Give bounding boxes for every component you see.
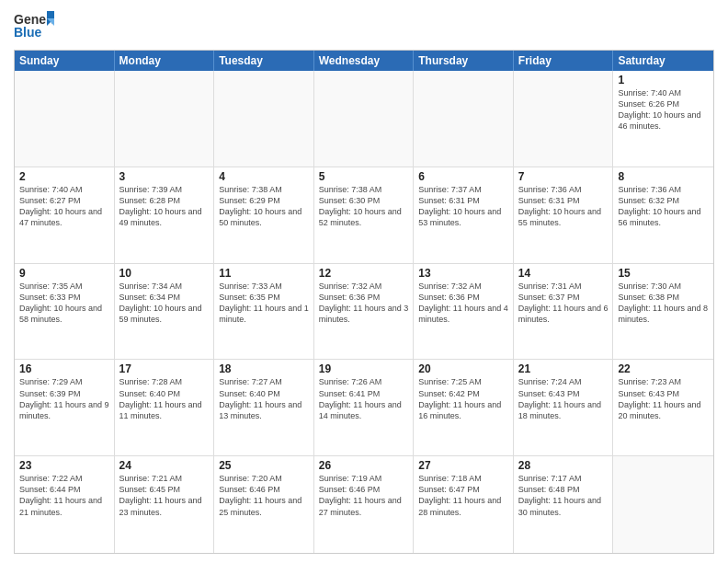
day-cell-empty <box>414 71 514 167</box>
day-cell-5: 5Sunrise: 7:38 AM Sunset: 6:30 PM Daylig… <box>314 167 415 263</box>
day-cell-16: 16Sunrise: 7:29 AM Sunset: 6:39 PM Dayli… <box>15 360 115 455</box>
day-cell-13: 13Sunrise: 7:32 AM Sunset: 6:36 PM Dayli… <box>414 264 514 360</box>
day-number: 1 <box>618 74 709 86</box>
day-info: Sunrise: 7:17 AM Sunset: 6:48 PM Dayligh… <box>518 473 609 518</box>
day-cell-9: 9Sunrise: 7:35 AM Sunset: 6:33 PM Daylig… <box>15 264 115 360</box>
day-number: 9 <box>19 267 109 280</box>
day-number: 10 <box>119 267 210 280</box>
day-cell-3: 3Sunrise: 7:39 AM Sunset: 6:28 PM Daylig… <box>115 167 215 263</box>
calendar-header-row: SundayMondayTuesdayWednesdayThursdayFrid… <box>15 51 713 71</box>
day-number: 12 <box>319 267 409 280</box>
day-info: Sunrise: 7:39 AM Sunset: 6:28 PM Dayligh… <box>119 184 210 229</box>
day-info: Sunrise: 7:25 AM Sunset: 6:42 PM Dayligh… <box>418 376 508 421</box>
day-number: 26 <box>319 459 409 472</box>
day-number: 20 <box>418 362 508 375</box>
day-number: 14 <box>518 267 609 280</box>
day-info: Sunrise: 7:19 AM Sunset: 6:46 PM Dayligh… <box>319 473 409 518</box>
day-cell-empty <box>314 71 415 167</box>
day-number: 5 <box>319 170 409 183</box>
day-info: Sunrise: 7:40 AM Sunset: 6:26 PM Dayligh… <box>618 87 709 132</box>
day-cell-11: 11Sunrise: 7:33 AM Sunset: 6:35 PM Dayli… <box>214 264 314 360</box>
day-cell-27: 27Sunrise: 7:18 AM Sunset: 6:47 PM Dayli… <box>414 456 514 553</box>
day-header-saturday: Saturday <box>613 51 713 71</box>
day-info: Sunrise: 7:35 AM Sunset: 6:33 PM Dayligh… <box>19 281 109 326</box>
day-cell-empty <box>613 456 713 553</box>
day-cell-22: 22Sunrise: 7:23 AM Sunset: 6:43 PM Dayli… <box>613 360 713 455</box>
day-cell-19: 19Sunrise: 7:26 AM Sunset: 6:41 PM Dayli… <box>314 360 415 455</box>
day-info: Sunrise: 7:26 AM Sunset: 6:41 PM Dayligh… <box>319 376 409 421</box>
day-info: Sunrise: 7:24 AM Sunset: 6:43 PM Dayligh… <box>518 376 609 421</box>
day-number: 19 <box>319 362 409 375</box>
day-info: Sunrise: 7:36 AM Sunset: 6:31 PM Dayligh… <box>518 184 609 229</box>
day-info: Sunrise: 7:36 AM Sunset: 6:32 PM Dayligh… <box>618 184 709 229</box>
day-number: 27 <box>418 459 508 472</box>
day-cell-empty <box>214 71 314 167</box>
logo: General Blue <box>14 9 54 42</box>
day-info: Sunrise: 7:38 AM Sunset: 6:29 PM Dayligh… <box>219 184 309 229</box>
day-cell-empty <box>15 71 115 167</box>
day-info: Sunrise: 7:28 AM Sunset: 6:40 PM Dayligh… <box>119 376 210 421</box>
day-header-monday: Monday <box>115 51 215 71</box>
day-cell-15: 15Sunrise: 7:30 AM Sunset: 6:38 PM Dayli… <box>613 264 713 360</box>
day-cell-4: 4Sunrise: 7:38 AM Sunset: 6:29 PM Daylig… <box>214 167 314 263</box>
day-number: 28 <box>518 459 609 472</box>
calendar-row-5: 23Sunrise: 7:22 AM Sunset: 6:44 PM Dayli… <box>15 456 713 553</box>
day-info: Sunrise: 7:20 AM Sunset: 6:46 PM Dayligh… <box>219 473 309 518</box>
logo-icon: General Blue <box>14 9 54 42</box>
day-cell-21: 21Sunrise: 7:24 AM Sunset: 6:43 PM Dayli… <box>514 360 614 455</box>
day-number: 8 <box>618 170 709 183</box>
day-cell-2: 2Sunrise: 7:40 AM Sunset: 6:27 PM Daylig… <box>15 167 115 263</box>
day-header-sunday: Sunday <box>15 51 115 71</box>
day-cell-empty <box>115 71 215 167</box>
day-number: 6 <box>418 170 508 183</box>
day-info: Sunrise: 7:37 AM Sunset: 6:31 PM Dayligh… <box>418 184 508 229</box>
page-header: General Blue <box>14 9 714 42</box>
day-info: Sunrise: 7:34 AM Sunset: 6:34 PM Dayligh… <box>119 281 210 326</box>
day-info: Sunrise: 7:31 AM Sunset: 6:37 PM Dayligh… <box>518 281 609 326</box>
day-info: Sunrise: 7:23 AM Sunset: 6:43 PM Dayligh… <box>618 376 709 421</box>
day-number: 11 <box>219 267 309 280</box>
day-cell-23: 23Sunrise: 7:22 AM Sunset: 6:44 PM Dayli… <box>15 456 115 553</box>
day-cell-18: 18Sunrise: 7:27 AM Sunset: 6:40 PM Dayli… <box>214 360 314 455</box>
day-cell-25: 25Sunrise: 7:20 AM Sunset: 6:46 PM Dayli… <box>214 456 314 553</box>
day-info: Sunrise: 7:33 AM Sunset: 6:35 PM Dayligh… <box>219 281 309 326</box>
day-info: Sunrise: 7:21 AM Sunset: 6:45 PM Dayligh… <box>119 473 210 518</box>
calendar-row-4: 16Sunrise: 7:29 AM Sunset: 6:39 PM Dayli… <box>15 360 713 456</box>
day-info: Sunrise: 7:40 AM Sunset: 6:27 PM Dayligh… <box>19 184 109 229</box>
day-number: 24 <box>119 459 210 472</box>
day-cell-7: 7Sunrise: 7:36 AM Sunset: 6:31 PM Daylig… <box>514 167 614 263</box>
day-cell-24: 24Sunrise: 7:21 AM Sunset: 6:45 PM Dayli… <box>115 456 215 553</box>
day-number: 21 <box>518 362 609 375</box>
day-cell-20: 20Sunrise: 7:25 AM Sunset: 6:42 PM Dayli… <box>414 360 514 455</box>
day-cell-8: 8Sunrise: 7:36 AM Sunset: 6:32 PM Daylig… <box>613 167 713 263</box>
day-info: Sunrise: 7:22 AM Sunset: 6:44 PM Dayligh… <box>19 473 109 518</box>
day-cell-26: 26Sunrise: 7:19 AM Sunset: 6:46 PM Dayli… <box>314 456 415 553</box>
day-info: Sunrise: 7:29 AM Sunset: 6:39 PM Dayligh… <box>19 376 109 421</box>
day-info: Sunrise: 7:30 AM Sunset: 6:38 PM Dayligh… <box>618 281 709 326</box>
day-cell-empty <box>514 71 614 167</box>
day-info: Sunrise: 7:38 AM Sunset: 6:30 PM Dayligh… <box>319 184 409 229</box>
day-header-friday: Friday <box>514 51 614 71</box>
day-number: 13 <box>418 267 508 280</box>
svg-text:Blue: Blue <box>14 25 42 40</box>
day-cell-14: 14Sunrise: 7:31 AM Sunset: 6:37 PM Dayli… <box>514 264 614 360</box>
day-number: 3 <box>119 170 210 183</box>
day-cell-1: 1Sunrise: 7:40 AM Sunset: 6:26 PM Daylig… <box>613 71 713 167</box>
day-header-wednesday: Wednesday <box>314 51 415 71</box>
day-number: 16 <box>19 362 109 375</box>
day-info: Sunrise: 7:32 AM Sunset: 6:36 PM Dayligh… <box>319 281 409 326</box>
day-info: Sunrise: 7:27 AM Sunset: 6:40 PM Dayligh… <box>219 376 309 421</box>
calendar-body: 1Sunrise: 7:40 AM Sunset: 6:26 PM Daylig… <box>15 71 713 553</box>
day-number: 18 <box>219 362 309 375</box>
calendar-row-1: 1Sunrise: 7:40 AM Sunset: 6:26 PM Daylig… <box>15 71 713 167</box>
day-number: 22 <box>618 362 709 375</box>
day-cell-28: 28Sunrise: 7:17 AM Sunset: 6:48 PM Dayli… <box>514 456 614 553</box>
day-info: Sunrise: 7:32 AM Sunset: 6:36 PM Dayligh… <box>418 281 508 326</box>
day-cell-12: 12Sunrise: 7:32 AM Sunset: 6:36 PM Dayli… <box>314 264 415 360</box>
day-cell-17: 17Sunrise: 7:28 AM Sunset: 6:40 PM Dayli… <box>115 360 215 455</box>
day-number: 4 <box>219 170 309 183</box>
calendar: SundayMondayTuesdayWednesdayThursdayFrid… <box>14 50 714 554</box>
day-number: 23 <box>19 459 109 472</box>
day-number: 15 <box>618 267 709 280</box>
day-number: 2 <box>19 170 109 183</box>
